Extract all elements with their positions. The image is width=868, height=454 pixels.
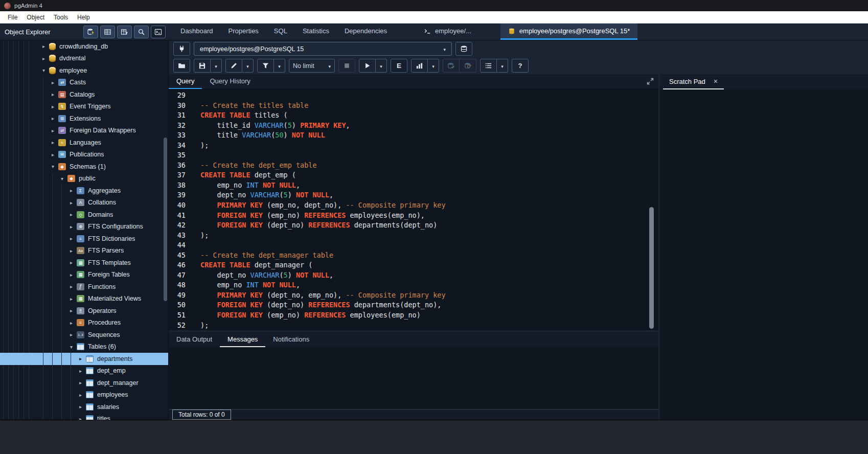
explain-analyze-button[interactable]: [411, 59, 428, 73]
chevron-right-icon[interactable]: [77, 392, 84, 398]
chevron-down-icon[interactable]: [67, 344, 75, 350]
tree-item-dept-manager[interactable]: dept_manager: [0, 377, 168, 389]
tree-item-titles[interactable]: titles: [0, 413, 168, 420]
chevron-right-icon[interactable]: [77, 368, 84, 374]
chevron-right-icon[interactable]: [77, 416, 84, 420]
code-line[interactable]: 43);: [169, 231, 658, 241]
editor-scrollbar[interactable]: [649, 207, 654, 329]
chevron-right-icon[interactable]: [77, 404, 84, 410]
chevron-right-icon[interactable]: [77, 356, 84, 361]
tree-item-languages[interactable]: Languages: [0, 137, 168, 149]
explain-button[interactable]: E: [391, 59, 407, 73]
tree-item-casts[interactable]: Casts: [0, 77, 168, 89]
code-line[interactable]: 36-- Create the dept_emp table: [169, 161, 658, 171]
scratch-pad-body[interactable]: [660, 89, 868, 420]
tab-employee-postgres-postgresql-15[interactable]: employee/postgres@PostgreSQL 15*: [500, 24, 638, 40]
code-line[interactable]: 38 emp_no INT NOT NULL,: [169, 180, 658, 191]
code-line[interactable]: 40 PRIMARY KEY (emp_no, dept_no), -- Com…: [169, 200, 658, 211]
code-line[interactable]: 42 FOREIGN KEY (dept_no) REFERENCES depa…: [169, 220, 658, 231]
rollback-button[interactable]: [460, 59, 476, 73]
explain-analyze-options-button[interactable]: [428, 59, 439, 73]
tree-item-collations[interactable]: Collations: [0, 197, 168, 209]
code-line[interactable]: 34);: [169, 141, 658, 151]
execute-button[interactable]: [359, 59, 376, 73]
tree-item-fts-templates[interactable]: FTS Templates: [0, 257, 168, 269]
open-file-button[interactable]: [173, 59, 190, 73]
edit-options-button[interactable]: [242, 59, 254, 73]
view-data-button[interactable]: [100, 26, 115, 38]
tree-item-sequences[interactable]: Sequences: [0, 329, 168, 341]
tab-query[interactable]: Query: [169, 74, 202, 89]
chevron-right-icon[interactable]: [49, 80, 57, 85]
tree-item-publications[interactable]: Publications: [0, 149, 168, 161]
search-objects-button[interactable]: [134, 26, 149, 38]
commit-button[interactable]: [443, 59, 460, 73]
tree-item-salaries[interactable]: salaries: [0, 401, 168, 413]
chevron-right-icon[interactable]: [67, 248, 75, 254]
tree-item-catalogs[interactable]: Catalogs: [0, 88, 168, 101]
menu-help[interactable]: Help: [73, 12, 95, 22]
code-line[interactable]: 47 dept_no VARCHAR(5) NOT NULL,: [169, 270, 658, 281]
sidebar-scrollbar[interactable]: [164, 138, 167, 301]
tree-item-fts-parsers[interactable]: FTS Parsers: [0, 245, 168, 257]
chevron-right-icon[interactable]: [67, 296, 75, 302]
chevron-right-icon[interactable]: [67, 212, 75, 217]
code-line[interactable]: 48 emp_no INT NOT NULL,: [169, 280, 658, 290]
chevron-right-icon[interactable]: [67, 308, 75, 313]
save-options-button[interactable]: [211, 59, 222, 73]
tree-item-dvdrental[interactable]: dvdrental: [0, 53, 168, 65]
code-line[interactable]: 41 FOREIGN KEY (emp_no) REFERENCES emplo…: [169, 211, 658, 221]
tree-item-operators[interactable]: Operators: [0, 305, 168, 317]
tree-item-event-triggers[interactable]: Event Triggers: [0, 101, 168, 113]
new-connection-button[interactable]: [455, 42, 472, 56]
chevron-right-icon[interactable]: [49, 152, 57, 157]
menu-tools[interactable]: Tools: [49, 12, 73, 22]
limit-select[interactable]: No limit: [289, 59, 335, 73]
expand-panel-button[interactable]: [646, 77, 654, 85]
code-line[interactable]: 49 PRIMARY KEY (dept_no, emp_no), -- Com…: [169, 290, 658, 301]
code-line[interactable]: 51 FOREIGN KEY (emp_no) REFERENCES emplo…: [169, 310, 658, 321]
cancel-query-button[interactable]: [338, 59, 355, 73]
code-line[interactable]: 50 FOREIGN KEY (dept_no) REFERENCES depa…: [169, 300, 658, 310]
chevron-down-icon[interactable]: [40, 67, 48, 73]
save-button[interactable]: [194, 59, 211, 73]
tree-item-employee[interactable]: employee: [0, 64, 168, 77]
chevron-down-icon[interactable]: [58, 176, 66, 181]
tree-item-crowdfunding-db[interactable]: crowdfunding_db: [0, 40, 168, 53]
tab-employee[interactable]: employee/...: [416, 24, 479, 40]
tree-item-employees[interactable]: employees: [0, 389, 168, 401]
tree-item-domains[interactable]: Domains: [0, 209, 168, 221]
code-line[interactable]: 32 title_id VARCHAR(5) PRIMARY KEY,: [169, 121, 658, 131]
tree-item-fts-dictionaries[interactable]: FTS Dictionaries: [0, 233, 168, 245]
filtered-rows-button[interactable]: [117, 26, 132, 38]
tree-item-functions[interactable]: Functions: [0, 281, 168, 293]
tree-item-extensions[interactable]: Extensions: [0, 112, 168, 125]
menu-file[interactable]: File: [3, 12, 22, 22]
tab-data-output[interactable]: Data Output: [169, 332, 220, 347]
tree-item-public[interactable]: public: [0, 173, 168, 185]
sql-editor[interactable]: 2930-- Create the titles table31CREATE T…: [169, 89, 658, 330]
scratch-pad-tab[interactable]: Scratch Pad ×: [663, 74, 724, 89]
tree-item-fts-configurations[interactable]: FTS Configurations: [0, 221, 168, 233]
chevron-right-icon[interactable]: [49, 128, 57, 133]
chevron-right-icon[interactable]: [67, 236, 75, 241]
filter-options-button[interactable]: [274, 59, 285, 73]
tree-item-foreign-data-wrappers[interactable]: Foreign Data Wrappers: [0, 125, 168, 137]
scratch-pad-close-button[interactable]: ×: [714, 78, 718, 85]
execute-options-button[interactable]: [376, 59, 387, 73]
query-tool-button[interactable]: [83, 26, 98, 38]
chevron-right-icon[interactable]: [49, 140, 57, 145]
code-line[interactable]: 52);: [169, 321, 658, 330]
chevron-right-icon[interactable]: [67, 272, 75, 278]
tree-item-schemas-1[interactable]: Schemas (1): [0, 161, 168, 173]
code-line[interactable]: 44: [169, 240, 658, 251]
tab-query-history[interactable]: Query History: [202, 74, 258, 89]
tab-dashboard[interactable]: Dashboard: [173, 24, 221, 40]
chevron-right-icon[interactable]: [67, 200, 75, 206]
tab-messages[interactable]: Messages: [220, 332, 265, 347]
filter-button[interactable]: [257, 59, 274, 73]
tree-item-foreign-tables[interactable]: Foreign Tables: [0, 269, 168, 281]
chevron-right-icon[interactable]: [40, 56, 48, 61]
code-line[interactable]: 37CREATE TABLE dept_emp (: [169, 170, 658, 180]
macros-options-button[interactable]: [497, 59, 508, 73]
